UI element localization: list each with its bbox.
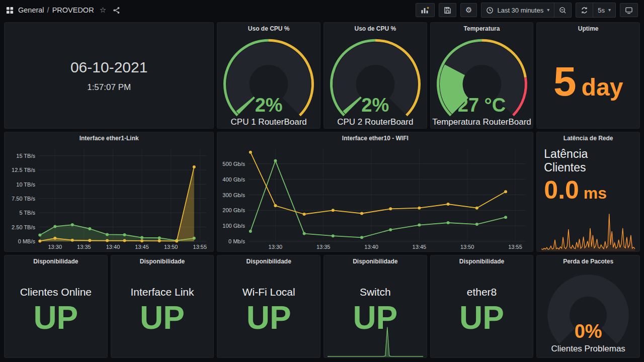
uptime-value: 5 <box>553 61 577 102</box>
breadcrumb: General / PROVEDOR <box>18 6 94 14</box>
svg-text:0 Mb/s: 0 Mb/s <box>228 238 246 244</box>
availability-status: UP <box>247 302 291 334</box>
svg-text:13:55: 13:55 <box>193 244 207 250</box>
tv-monitor-icon <box>625 7 633 14</box>
panel-title[interactable]: Uso de CPU % <box>217 23 320 35</box>
latency-value-row: 0.0 ms <box>544 177 632 203</box>
chevron-down-icon: ▾ <box>547 8 549 13</box>
panel-title[interactable]: Interface ether1-Link <box>5 132 213 144</box>
cpu1-value: 2% <box>217 95 320 116</box>
svg-text:5 TB/s: 5 TB/s <box>19 210 35 216</box>
panel-wifi-chart: Interface ether10 - WIFI 13:3013:3513:40… <box>217 132 533 252</box>
add-panel-button[interactable] <box>416 3 435 17</box>
svg-text:13:50: 13:50 <box>164 244 178 250</box>
packet-loss-value: 0% <box>537 321 639 342</box>
favorite-star-button[interactable]: ☆ <box>99 5 107 16</box>
refresh-interval-picker[interactable]: 5s ▾ <box>593 3 615 17</box>
time-picker-group: Last 30 minutes ▾ <box>481 3 572 18</box>
zoom-out-icon <box>559 7 567 14</box>
breadcrumb-section[interactable]: General <box>18 6 44 14</box>
gear-icon: ⚙ <box>465 6 472 15</box>
dashboard-settings-button[interactable]: ⚙ <box>460 3 477 17</box>
temperature-value: 27 °C <box>431 95 533 116</box>
cpu2-label: CPU 2 RouterBoard <box>324 117 427 127</box>
star-icon: ☆ <box>100 6 106 15</box>
availability-status: UP <box>33 302 78 334</box>
svg-text:13:55: 13:55 <box>509 244 523 250</box>
latency-sparkline <box>541 210 635 251</box>
panel-title[interactable]: Uso de CPU % <box>324 23 427 35</box>
svg-text:500 Gb/s: 500 Gb/s <box>223 161 246 167</box>
breadcrumb-separator: / <box>47 6 49 14</box>
refresh-icon <box>581 7 588 14</box>
refresh-button[interactable] <box>576 3 593 17</box>
panel-title[interactable]: Disponibilidade <box>431 255 533 267</box>
temperature-label: Temperatura RouterBoard <box>431 117 533 127</box>
panel-availability-wifi-local: Disponibilidade Wi-Fi Local UP <box>217 255 320 358</box>
latency-unit: ms <box>584 185 607 201</box>
packet-loss-label: Clientes Problemas <box>537 344 639 354</box>
panel-packet-loss-gauge: Perda de Pacotes 0% Clientes Problemas <box>536 255 640 358</box>
temperature-gauge: 27 °C Temperatura RouterBoard <box>431 35 533 128</box>
panel-uptime: Uptime 5 day <box>536 22 640 129</box>
availability-label: Clientes Online <box>20 286 92 298</box>
ether1-timeseries-chart[interactable]: 13:3013:3513:4013:4513:5013:550 MB/s2.50… <box>5 144 213 251</box>
cycle-view-mode-button[interactable] <box>620 3 638 17</box>
uptime-body: 5 day <box>537 35 639 128</box>
cpu1-label: CPU 1 RouterBoard <box>217 117 320 127</box>
panel-title[interactable]: Perda de Pacotes <box>537 255 639 267</box>
panel-title[interactable]: Disponibilidade <box>111 255 214 267</box>
availability-body: ether8 UP <box>431 267 533 357</box>
svg-text:10 TB/s: 10 TB/s <box>16 182 35 188</box>
save-dashboard-button[interactable] <box>439 3 456 17</box>
add-panel-icon <box>421 6 430 14</box>
panel-availability-clientes-online: Disponibilidade Clientes Online UP <box>4 255 108 358</box>
availability-label: Wi-Fi Local <box>243 286 295 298</box>
panel-cpu2-gauge: Uso de CPU % 2% CPU 2 RouterBoard <box>324 22 427 129</box>
panel-title[interactable]: Temperatura <box>431 23 533 35</box>
share-icon <box>113 7 120 14</box>
panel-title[interactable]: Uptime <box>537 23 639 35</box>
availability-status: UP <box>459 302 504 334</box>
time-range-picker[interactable]: Last 30 minutes ▾ <box>481 3 554 17</box>
zoom-out-time-button[interactable] <box>554 3 571 17</box>
svg-text:15 TB/s: 15 TB/s <box>16 153 35 159</box>
navbar: General / PROVEDOR ☆ ⚙ <box>0 0 644 20</box>
panel-ether1-chart: Interface ether1-Link 13:3013:3513:4013:… <box>4 132 214 252</box>
refresh-interval-label: 5s <box>598 7 605 14</box>
clock-time: 1:57:07 PM <box>87 82 131 93</box>
svg-text:400 Gb/s: 400 Gb/s <box>223 176 246 183</box>
clock-body: 06-10-2021 1:57:07 PM <box>5 23 213 128</box>
svg-text:0 MB/s: 0 MB/s <box>18 238 36 244</box>
svg-text:100 Gb/s: 100 Gb/s <box>223 223 246 229</box>
svg-text:13:40: 13:40 <box>365 244 379 250</box>
share-button[interactable] <box>112 6 121 15</box>
svg-text:13:40: 13:40 <box>106 244 120 250</box>
svg-text:2.50 TB/s: 2.50 TB/s <box>12 224 35 230</box>
availability-status: UP <box>140 302 185 334</box>
availability-body: Switch UP <box>324 267 427 357</box>
panel-temperature-gauge: Temperatura 27 °C Temperatura RouterBoar… <box>430 22 534 129</box>
chevron-down-icon: ▾ <box>608 8 611 13</box>
svg-text:200 Gb/s: 200 Gb/s <box>223 207 246 213</box>
clock-date: 06-10-2021 <box>70 59 147 76</box>
panel-title[interactable]: Interface ether10 - WIFI <box>217 132 533 144</box>
cpu1-gauge: 2% CPU 1 RouterBoard <box>217 35 320 128</box>
availability-body: Interface Link UP <box>111 267 214 357</box>
availability-label: Interface Link <box>130 286 194 298</box>
time-range-label: Last 30 minutes <box>497 7 543 14</box>
breadcrumb-dashboard-title[interactable]: PROVEDOR <box>52 6 94 14</box>
latency-body: Latência Clientes 0.0 ms <box>537 144 639 251</box>
cpu2-gauge: 2% CPU 2 RouterBoard <box>324 35 427 128</box>
wifi-timeseries-chart[interactable]: 13:3013:3513:4013:4513:5013:550 Mb/s100 … <box>217 144 533 251</box>
packet-loss-gauge: 0% Clientes Problemas <box>537 267 639 357</box>
svg-text:13:50: 13:50 <box>460 244 474 250</box>
availability-status: UP <box>353 302 397 334</box>
cpu2-value: 2% <box>324 95 427 116</box>
panel-title[interactable]: Disponibilidade <box>5 255 107 267</box>
latency-value: 0.0 <box>544 177 579 203</box>
uptime-unit: day <box>582 75 623 100</box>
panel-title[interactable]: Latência de Rede <box>537 132 639 144</box>
panel-title[interactable]: Disponibilidade <box>324 255 427 267</box>
panel-title[interactable]: Disponibilidade <box>217 255 320 267</box>
